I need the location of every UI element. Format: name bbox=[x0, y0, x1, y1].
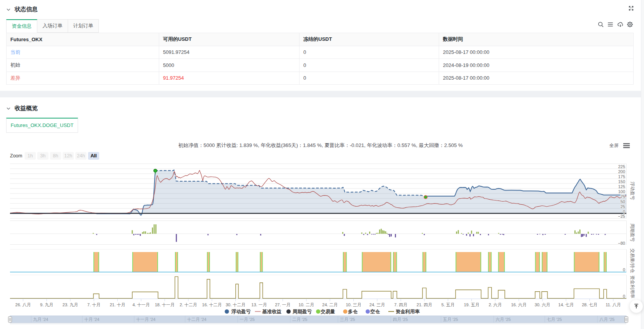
svg-text:18. 十一月: 18. 十一月 bbox=[155, 302, 175, 307]
svg-text:175: 175 bbox=[618, 174, 625, 179]
svg-text:资金利用率: 资金利用率 bbox=[630, 276, 635, 299]
svg-text:21. 四月: 21. 四月 bbox=[417, 302, 432, 307]
svg-text:多仓: 多仓 bbox=[348, 309, 358, 314]
svg-text:10. 二月: 10. 二月 bbox=[299, 302, 314, 307]
svg-text:5. 五月: 5. 五月 bbox=[441, 302, 454, 307]
svg-text:交易量/持仓: 交易量/持仓 bbox=[630, 249, 635, 273]
svg-text:200: 200 bbox=[618, 169, 625, 174]
svg-text:−25: −25 bbox=[618, 214, 625, 219]
svg-text:交易量: 交易量 bbox=[320, 309, 335, 314]
svg-text:27. 一月: 27. 一月 bbox=[275, 302, 290, 307]
svg-text:七月 '25: 七月 '25 bbox=[546, 317, 562, 322]
svg-text:一月 '25: 一月 '25 bbox=[240, 317, 255, 322]
svg-text:11. 八月: 11. 八月 bbox=[606, 302, 621, 307]
svg-text:资金利用率: 资金利用率 bbox=[396, 309, 420, 314]
svg-text:125: 125 bbox=[618, 184, 625, 189]
svg-text:23. 九月: 23. 九月 bbox=[63, 302, 78, 307]
svg-text:100: 100 bbox=[618, 189, 625, 194]
svg-text:7. 十月: 7. 十月 bbox=[87, 302, 100, 307]
svg-text:75: 75 bbox=[621, 194, 625, 199]
svg-text:225: 225 bbox=[618, 164, 625, 169]
svg-text:2. 六月: 2. 六月 bbox=[489, 302, 502, 307]
svg-text:10. 三月: 10. 三月 bbox=[346, 302, 361, 307]
svg-text:0: 0 bbox=[623, 294, 625, 299]
svg-text:16. 六月: 16. 六月 bbox=[511, 302, 526, 307]
svg-text:0: 0 bbox=[623, 209, 625, 214]
svg-text:30. 六月: 30. 六月 bbox=[535, 302, 550, 307]
svg-text:十二月 '24: 十二月 '24 bbox=[187, 317, 206, 322]
svg-text:2. 十二月: 2. 十二月 bbox=[180, 302, 197, 307]
svg-text:八月 '25: 八月 '25 bbox=[599, 317, 614, 322]
svg-text:浮动盈亏: 浮动盈亏 bbox=[231, 309, 251, 314]
svg-text:十月 '24: 十月 '24 bbox=[84, 317, 99, 322]
svg-text:26. 八月: 26. 八月 bbox=[15, 302, 31, 307]
svg-text:24. 三月: 24. 三月 bbox=[369, 302, 385, 307]
svg-text:三月 '25: 三月 '25 bbox=[340, 317, 355, 322]
svg-text:14. 七月: 14. 七月 bbox=[558, 302, 574, 307]
svg-text:7. 四月: 7. 四月 bbox=[394, 302, 407, 307]
svg-text:21. 十月: 21. 十月 bbox=[110, 302, 125, 307]
svg-text:基准收益: 基准收益 bbox=[262, 309, 282, 314]
svg-text:空仓: 空仓 bbox=[370, 309, 380, 314]
svg-text:4. 十一月: 4. 十一月 bbox=[132, 302, 150, 307]
svg-text:−80: −80 bbox=[618, 241, 625, 245]
svg-text:24. 二月: 24. 二月 bbox=[322, 302, 338, 307]
svg-text:13. 一月: 13. 一月 bbox=[251, 302, 267, 307]
svg-text:30. 十二月: 30. 十二月 bbox=[226, 302, 245, 307]
svg-text:50: 50 bbox=[621, 199, 625, 204]
svg-text:周期盈亏: 周期盈亏 bbox=[292, 309, 312, 314]
svg-text:二月 '25: 二月 '25 bbox=[292, 317, 307, 322]
svg-text:浮动盈亏: 浮动盈亏 bbox=[630, 182, 635, 200]
svg-text:九月 '24: 九月 '24 bbox=[33, 317, 48, 322]
svg-text:四月 '25: 四月 '25 bbox=[393, 317, 408, 322]
svg-text:28. 七月: 28. 七月 bbox=[582, 302, 597, 307]
svg-text:25: 25 bbox=[621, 204, 625, 209]
svg-text:十一月 '24: 十一月 '24 bbox=[136, 317, 155, 322]
svg-text:0: 0 bbox=[623, 267, 625, 272]
svg-text:六月 '25: 六月 '25 bbox=[496, 317, 511, 322]
svg-text:周期盈亏: 周期盈亏 bbox=[630, 224, 635, 242]
svg-text:19. 五月: 19. 五月 bbox=[464, 302, 479, 307]
svg-text:五月 '25: 五月 '25 bbox=[443, 317, 458, 322]
svg-text:16. 十二月: 16. 十二月 bbox=[202, 302, 222, 307]
svg-text:150: 150 bbox=[618, 179, 625, 184]
svg-text:9. 九月: 9. 九月 bbox=[40, 302, 53, 307]
